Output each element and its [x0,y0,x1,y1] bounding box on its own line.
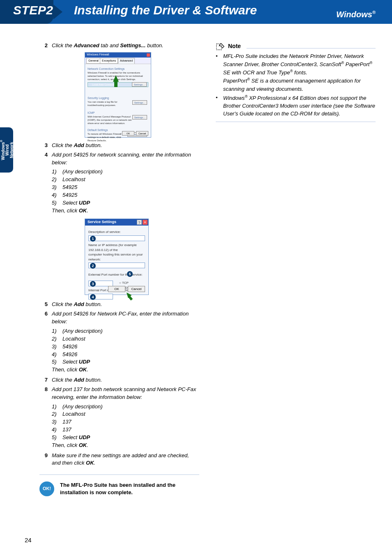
internal-port-input[interactable]: 4 [88,294,113,299]
callout-2: 2 [90,263,96,269]
callout-4: 4 [90,294,96,300]
os-label: Windows® [336,10,376,19]
close-icon[interactable] [147,53,150,57]
green-arrow-tail [114,81,118,87]
divider [39,474,199,475]
settings-button-2[interactable]: Settings... [132,100,147,105]
tab-general[interactable]: General [86,58,101,64]
ok-badge-icon: OK! [39,481,54,496]
tab-exceptions[interactable]: Exceptions [100,58,118,64]
cancel-button[interactable]: Cancel [136,131,148,136]
step-7: 7 Click the Add button. [39,376,199,384]
close-icon[interactable]: × [143,220,148,225]
dialog-tabs: General Exceptions Advanced [85,58,151,64]
host-input[interactable]: 2 [88,263,145,268]
left-column: 2 Click the Advanced tab and Settings...… [39,42,199,539]
step-6: 6 Add port 54926 for Network PC-Fax, ent… [39,310,199,326]
green-arrow-icon [113,75,119,82]
dialog-titlebar: Windows Firewall [85,53,151,58]
ok-block: OK! The MFL-Pro Suite has been installed… [39,481,199,496]
description-input[interactable]: 1 [88,235,145,241]
settings-button-3[interactable]: Settings... [132,115,147,120]
header-bar: STEP2 Installing the Driver & Software W… [0,0,392,32]
content: 2 Click the Advanced tab and Settings...… [39,42,376,539]
connection-row[interactable]: Local Area Connection Settings... [88,82,148,87]
tcp-radio[interactable]: ○ TCP [119,281,129,286]
page-title: Installing the Driver & Software [74,3,257,17]
external-port-input[interactable]: 3 [88,281,113,286]
note-title: Note [228,42,241,51]
svg-rect-0 [217,44,222,50]
callout-1: 1 [90,236,96,242]
right-column: Note • MFL-Pro Suite includes the Networ… [216,42,376,539]
help-icon[interactable]: ? [137,220,142,225]
step-2: 2 Click the Advanced tab and Settings...… [39,42,199,50]
step-4: 4 Add port 54925 for network scanning, e… [39,151,199,167]
firewall-dialog-screenshot: Windows Firewall General Exceptions Adva… [85,52,151,138]
note-bullet-2: • Windows® XP Professional x 64 Edition … [216,94,376,118]
service-settings-dialog-screenshot: Service Settings ? × Description of serv… [85,219,149,295]
note-pencil-icon [216,42,225,51]
dialog-titlebar-2: Service Settings ? × [85,219,148,226]
side-tab: Windows® Wired Network [0,127,13,173]
callout-3: 3 [90,281,96,287]
note-block: Note • MFL-Pro Suite includes the Networ… [216,42,376,122]
cancel-button[interactable]: Cancel [128,286,145,292]
tab-advanced[interactable]: Advanced [118,58,135,64]
step-8: 8 Add port 137 for both network scanning… [39,386,199,401]
settings-button[interactable]: Settings... [132,82,147,87]
step-badge: STEP2 [0,0,53,24]
step-9: 9 Make sure if the new settings are adde… [39,452,199,467]
ok-button[interactable]: OK [122,131,134,136]
note-bullet-1: • MFL-Pro Suite includes the Network Pri… [216,53,376,93]
ok-button[interactable]: OK [108,286,125,292]
step-label: STEP2 [13,3,53,17]
step-chevron [53,5,62,19]
ok-message: The MFL-Pro Suite has been installed and… [60,481,187,496]
note-bottom-rule [216,122,376,122]
page-number: 24 [25,537,32,543]
side-tab-text: Windows® Wired Network [0,140,14,160]
